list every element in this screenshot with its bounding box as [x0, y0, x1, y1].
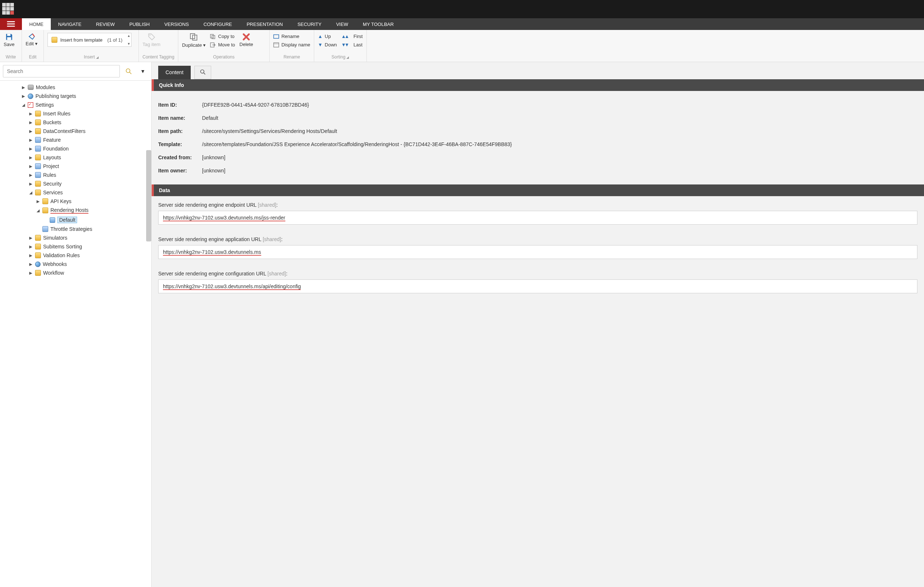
tab-security[interactable]: SECURITY: [290, 18, 329, 30]
tree-default[interactable]: Default: [44, 215, 151, 225]
field-endpoint-input[interactable]: https://vnhkg2nv-7102.usw3.devtunnels.ms…: [158, 211, 917, 225]
tree-settings[interactable]: ◢Settings: [22, 101, 151, 109]
search-button[interactable]: [121, 65, 136, 77]
display-name-label: Display name: [281, 42, 310, 48]
folder-icon: [35, 110, 41, 117]
tree-api-keys[interactable]: ▶API Keys: [36, 197, 151, 206]
item-id-value: {DFFEE92B-0441-45A4-9207-67810B72BD46}: [202, 102, 917, 108]
write-group-label: Write: [4, 54, 18, 60]
content-search-tab[interactable]: [195, 66, 211, 79]
edit-group-label: Edit: [26, 54, 40, 60]
last-button[interactable]: ▼▼ Last: [341, 41, 363, 48]
search-icon: [200, 69, 206, 75]
first-button[interactable]: ▲▲ First: [341, 33, 363, 40]
tree-buckets[interactable]: ▶Buckets: [29, 118, 151, 127]
data-section-header[interactable]: Data: [152, 185, 924, 196]
copy-to-button[interactable]: Copy to: [210, 33, 235, 40]
search-dropdown-button[interactable]: ▼: [137, 65, 148, 77]
copy-icon: [210, 34, 216, 39]
down-button[interactable]: ▼Down: [318, 41, 337, 48]
svg-rect-12: [274, 43, 279, 47]
folder-icon: [42, 208, 48, 213]
tree-insert-rules[interactable]: ▶Insert Rules: [29, 109, 151, 118]
tab-mytoolbar[interactable]: MY TOOLBAR: [355, 18, 401, 30]
tree-rules[interactable]: ▶Rules: [29, 171, 151, 179]
tab-versions[interactable]: VERSIONS: [157, 18, 196, 30]
duplicate-button[interactable]: Duplicate ▾: [182, 33, 206, 48]
tree-services[interactable]: ◢Services: [29, 188, 151, 197]
tree-publishing-targets[interactable]: ▶Publishing targets: [22, 92, 151, 101]
tree-subitems-sorting[interactable]: ▶Subitems Sorting: [29, 242, 151, 251]
template-label: Template:: [158, 141, 202, 147]
rename-label: Rename: [281, 34, 299, 39]
tab-presentation[interactable]: PRESENTATION: [239, 18, 290, 30]
quick-info-header[interactable]: Quick Info: [152, 79, 924, 91]
tab-publish[interactable]: PUBLISH: [122, 18, 157, 30]
move-to-button[interactable]: Move to: [210, 41, 235, 48]
tree-security[interactable]: ▶Security: [29, 179, 151, 188]
quick-info-table: Item ID:{DFFEE92B-0441-45A4-9207-67810B7…: [152, 91, 924, 185]
folder-icon: [35, 270, 41, 276]
tab-home[interactable]: HOME: [22, 18, 51, 30]
tree-simulators[interactable]: ▶Simulators: [29, 233, 151, 242]
field-app-input[interactable]: https://vnhkg2nv-7102.usw3.devtunnels.ms: [158, 245, 917, 259]
tree-feature[interactable]: ▶Feature: [29, 135, 151, 144]
display-name-button[interactable]: Display name: [273, 41, 310, 48]
tag-item-button[interactable]: Tag item: [142, 33, 160, 47]
tree-workflow[interactable]: ▶Workflow: [29, 269, 151, 277]
template-value: /sitecore/templates/Foundation/JSS Exper…: [202, 141, 917, 147]
tree-foundation[interactable]: ▶Foundation: [29, 144, 151, 153]
tab-navigate[interactable]: NAVIGATE: [51, 18, 89, 30]
top-bar: [0, 0, 924, 18]
edit-icon: [28, 33, 36, 40]
tree-validation-rules[interactable]: ▶Validation Rules: [29, 251, 151, 260]
rename-button[interactable]: Rename: [273, 33, 310, 40]
svg-rect-0: [7, 21, 15, 22]
svg-point-16: [201, 70, 204, 73]
tree-throttle[interactable]: Throttle Strategies: [36, 225, 151, 233]
tab-review[interactable]: REVIEW: [89, 18, 122, 30]
edit-button[interactable]: Edit ▾: [26, 33, 38, 46]
template-icon: [51, 37, 57, 43]
down-label: Down: [325, 42, 337, 48]
field-app-label: Server side rendering engine application…: [158, 236, 917, 242]
tree-datacontext[interactable]: ▶DataContextFilters: [29, 127, 151, 135]
sorting-group-label: Sorting◢: [318, 54, 363, 60]
save-button[interactable]: Save: [4, 33, 15, 47]
item-name-label: Item name:: [158, 115, 202, 121]
hamburger-menu-button[interactable]: [0, 18, 22, 30]
up-button[interactable]: ▲Up: [318, 33, 337, 40]
ribbon-group-write: Save Write: [0, 30, 22, 62]
scrollbar-thumb[interactable]: [146, 150, 151, 241]
tree-layouts[interactable]: ▶Layouts: [29, 153, 151, 162]
tree-rendering-hosts[interactable]: ◢Rendering Hosts: [36, 206, 151, 215]
search-input[interactable]: [3, 65, 120, 77]
tree-project[interactable]: ▶Project: [29, 162, 151, 171]
search-icon: [125, 68, 132, 74]
field-endpoint-url: Server side rendering engine endpoint UR…: [152, 196, 924, 231]
settings-icon: [28, 102, 33, 108]
tree-modules[interactable]: ▶Modules: [22, 83, 151, 92]
delete-button[interactable]: Delete: [239, 33, 253, 47]
svg-point-5: [149, 35, 150, 36]
arrow-last-icon: ▼▼: [341, 42, 348, 48]
content-tab[interactable]: Content: [158, 66, 191, 79]
ribbon-group-insert: Insert from template (1 of 1) ▲▼ Insert◢: [44, 30, 139, 62]
ribbon-group-tagging: Tag item Content Tagging: [139, 30, 178, 62]
item-name-value: Default: [202, 115, 917, 121]
tab-configure[interactable]: CONFIGURE: [196, 18, 239, 30]
svg-rect-3: [7, 34, 10, 36]
insert-from-template-box[interactable]: Insert from template (1 of 1) ▲▼: [48, 33, 132, 47]
ribbon-group-rename: Rename Display name Rename: [270, 30, 314, 62]
app-logo-icon[interactable]: [2, 3, 15, 15]
first-label: First: [353, 34, 363, 39]
field-config-input[interactable]: https://vnhkg2nv-7102.usw3.devtunnels.ms…: [158, 279, 917, 294]
folder-icon: [42, 226, 48, 232]
ribbon-group-edit: Edit ▾ Edit: [22, 30, 44, 62]
insert-spinner[interactable]: ▲▼: [127, 34, 130, 46]
field-config-label: Server side rendering engine configurati…: [158, 270, 917, 277]
duplicate-icon: [190, 33, 198, 42]
arrow-up-icon: ▲: [318, 34, 323, 39]
tree-webhooks[interactable]: ▶Webhooks: [29, 260, 151, 269]
tab-view[interactable]: VIEW: [329, 18, 355, 30]
